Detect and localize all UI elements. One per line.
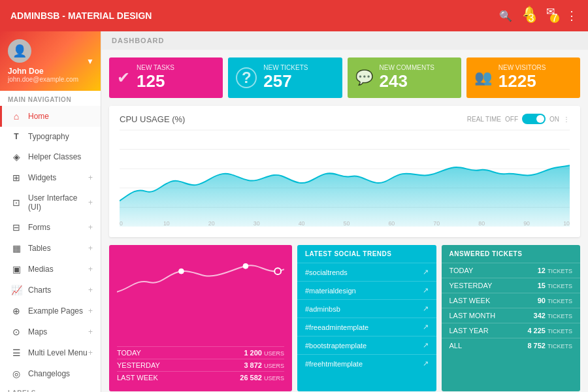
on-label: ON [549,116,559,123]
trend-icon-3: ↗ [423,304,429,313]
stat-card-comments[interactable]: 💬 NEW COMMENTS 243 [348,57,461,98]
medias-expand-icon[interactable]: + [88,265,93,274]
social-tag-3: #adminbsb [305,305,340,313]
tasks-icon: ✔ [117,69,130,87]
typography-icon: T [10,132,23,141]
sidebar-item-tables[interactable]: ▦ Tables + [0,238,101,259]
maps-expand-icon[interactable]: + [88,327,93,336]
sidebar-user: 👤 John Doe john.doe@example.com ▼ [0,31,101,91]
stat-card-visitors[interactable]: 👥 NEW VISITORS 1225 [466,57,580,98]
home-icon: ⌂ [10,111,23,122]
tickets-info: NEW TICKETS 257 [263,64,308,91]
trend-icon-5: ↗ [423,341,429,350]
svg-text:20: 20 [208,220,215,227]
sidebar-item-widgets[interactable]: ⊞ Widgets + [0,167,101,188]
cpu-chart-card: CPU USAGE (%) REAL TIME OFF ON ⋮ [109,106,580,237]
user-chevron-icon[interactable]: ▼ [86,57,94,66]
answered-all: ALL 8 752 TICKETS [442,338,581,353]
lastweek-value: 26 582 USERS [240,374,284,382]
forms-expand-icon[interactable]: + [88,223,93,232]
example-expand-icon[interactable]: + [88,306,93,316]
realtime-label: REAL TIME [467,116,501,123]
answered-yesterday: YESTERDAY 15 TICKETS [442,278,581,293]
multilevel-expand-icon[interactable]: + [88,348,93,357]
sidebar-label-helper: Helper Classes [28,152,93,161]
tasks-label: NEW TASKS [137,64,174,71]
visitors-info: NEW VISITORS 1225 [498,64,546,91]
sidebar-item-changelogs[interactable]: ◎ Changelogs [0,363,101,384]
svg-text:40: 40 [299,220,305,227]
answered-yesterday-label: YESTERDAY [449,282,493,289]
sidebar-label-forms: Forms [28,223,88,232]
answered-lastweek-label: LAST WEEK [449,297,491,304]
widgets-expand-icon[interactable]: + [88,173,93,182]
cpu-chart-title: CPU USAGE (%) [120,114,185,124]
messages-icon[interactable]: ✉7 [546,5,555,27]
realtime-toggle[interactable]: REAL TIME OFF ON ⋮ [467,114,570,124]
svg-text:30: 30 [253,220,260,227]
svg-text:50: 50 [344,220,350,227]
user-email: john.doe@example.com [8,76,78,83]
comments-icon: 💬 [355,69,373,86]
maps-icon: ⊙ [10,327,23,337]
svg-text:90: 90 [523,220,530,227]
toggle-switch[interactable] [522,114,546,124]
social-item-2[interactable]: #materialdesign ↗ [297,281,436,299]
svg-point-22 [179,269,184,274]
visitors-icon: 👥 [474,69,492,86]
social-item-5[interactable]: #bootstraptemplate ↗ [297,336,436,354]
social-item-6[interactable]: #freehtmltemplate ↗ [297,354,436,372]
social-item-4[interactable]: #freeadmintemplate ↗ [297,318,436,336]
stat-card-tickets[interactable]: ? NEW TICKETS 257 [228,57,342,98]
tasks-value: 125 [137,71,174,91]
chart-more-icon[interactable]: ⋮ [563,116,570,123]
more-icon[interactable]: ⋮ [566,8,578,23]
answered-lastmonth-value: 342 TICKETS [534,312,572,319]
today-label: TODAY [117,349,141,357]
sidebar-label-tables: Tables [28,244,88,253]
answered-today: TODAY 12 TICKETS [442,263,581,278]
social-item-3[interactable]: #adminbsb ↗ [297,299,436,318]
bottom-row: TODAY 1 200 USERS YESTERDAY 3 872 USERS … [109,245,580,391]
tickets-value: 257 [263,71,308,91]
ui-expand-icon[interactable]: + [88,198,93,207]
sidebar-label-maps: Maps [28,327,88,336]
trend-icon-4: ↗ [423,323,429,331]
widgets-icon: ⊞ [10,172,23,183]
sidebar-item-ui[interactable]: ⊡ User Interface (UI) + [0,188,101,217]
sidebar-item-charts[interactable]: 📈 Charts + [0,280,101,301]
trend-icon-2: ↗ [423,286,429,295]
stat-cards: ✔ NEW TASKS 125 ? NEW TICKETS 257 💬 [109,57,580,98]
svg-text:70: 70 [433,220,440,227]
svg-text:60: 60 [388,220,395,227]
answered-lastweek-value: 90 TICKETS [538,297,572,304]
charts-expand-icon[interactable]: + [88,286,93,295]
svg-text:10: 10 [163,220,170,227]
sidebar-item-medias[interactable]: ▣ Medias + [0,259,101,280]
sidebar-item-helper[interactable]: ◈ Helper Classes [0,146,101,167]
sidebar-item-maps[interactable]: ⊙ Maps + [0,321,101,342]
answered-today-label: TODAY [449,267,474,274]
social-tag-1: #socialtrends [305,269,348,276]
sidebar-item-typography[interactable]: T Typography [0,127,101,146]
yesterday-label: YESTERDAY [117,361,160,369]
search-icon[interactable]: 🔍 [499,10,512,22]
chart-area: 100 80 60 40 20 0 0 10 20 30 40 50 60 [109,129,580,237]
sidebar-item-multilevel[interactable]: ☰ Multi Level Menu + [0,342,101,363]
trend-icon-1: ↗ [423,268,429,276]
tables-expand-icon[interactable]: + [88,244,93,253]
social-item-1[interactable]: #socialtrends ↗ [297,263,436,281]
stat-card-tasks[interactable]: ✔ NEW TASKS 125 [109,57,223,98]
notifications-icon[interactable]: 🔔3 [523,5,536,27]
sidebar-item-example[interactable]: ⊕ Example Pages + [0,301,101,321]
content-body: ✔ NEW TASKS 125 ? NEW TICKETS 257 💬 [101,50,588,392]
tasks-info: NEW TASKS 125 [137,64,174,91]
header-icons: 🔍 🔔3 ✉7 ⋮ [499,5,578,27]
answered-card: ANSWERED TICKETS TODAY 12 TICKETS YESTER… [442,245,581,391]
answered-lastweek: LAST WEEK 90 TICKETS [442,293,581,308]
sidebar-item-home[interactable]: ⌂ Home [0,106,101,127]
svg-text:80: 80 [478,220,485,227]
brand-title: ADMINBSB - MATERIAL DESIGN [10,10,499,21]
sidebar-item-forms[interactable]: ⊟ Forms + [0,217,101,238]
pink-chart-card: TODAY 1 200 USERS YESTERDAY 3 872 USERS … [109,245,292,391]
